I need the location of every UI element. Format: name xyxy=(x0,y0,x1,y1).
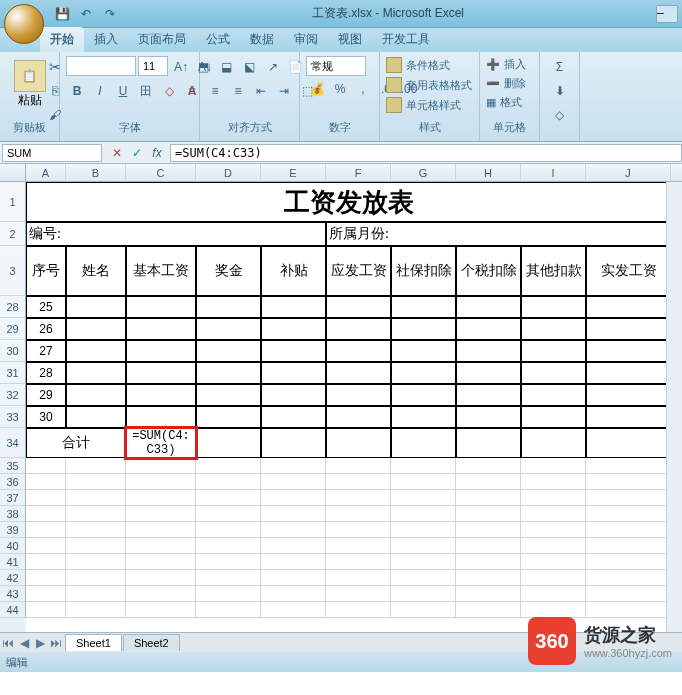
total-label[interactable]: 合计 xyxy=(26,428,126,458)
empty-cell[interactable] xyxy=(456,602,521,618)
empty-cell[interactable] xyxy=(261,490,326,506)
empty-cell[interactable] xyxy=(261,458,326,474)
formula-input[interactable] xyxy=(170,144,682,162)
fx-icon[interactable]: fx xyxy=(148,144,166,162)
tab-page-layout[interactable]: 页面布局 xyxy=(128,27,196,52)
conditional-formatting-button[interactable]: 条件格式 xyxy=(386,56,450,74)
data-cell[interactable] xyxy=(326,340,391,362)
empty-cell[interactable] xyxy=(456,506,521,522)
copy-icon[interactable]: ⎘ xyxy=(44,80,66,102)
data-cell[interactable] xyxy=(521,406,586,428)
empty-cell[interactable] xyxy=(456,490,521,506)
empty-cell[interactable] xyxy=(26,602,66,618)
align-left-icon[interactable]: ≡ xyxy=(181,80,203,102)
minimize-button[interactable]: – xyxy=(656,5,678,23)
empty-cell[interactable] xyxy=(521,570,586,586)
number-format-dropdown[interactable]: 常规 xyxy=(306,56,366,76)
data-cell[interactable] xyxy=(126,384,196,406)
row-header-3[interactable]: 3 xyxy=(0,246,26,296)
row-header-40[interactable]: 40 xyxy=(0,538,26,554)
data-cell[interactable] xyxy=(586,296,671,318)
data-cell[interactable] xyxy=(126,318,196,340)
percent-icon[interactable]: % xyxy=(329,78,351,100)
row-header-43[interactable]: 43 xyxy=(0,586,26,602)
empty-cell[interactable] xyxy=(26,554,66,570)
tab-view[interactable]: 视图 xyxy=(328,27,372,52)
comma-icon[interactable]: , xyxy=(352,78,374,100)
empty-cell[interactable] xyxy=(261,602,326,618)
empty-cell[interactable] xyxy=(586,586,671,602)
tab-data[interactable]: 数据 xyxy=(240,27,284,52)
tab-home[interactable]: 开始 xyxy=(40,27,84,52)
empty-cell[interactable] xyxy=(26,538,66,554)
orientation-icon[interactable]: ↗ xyxy=(262,56,284,78)
row-header-35[interactable]: 35 xyxy=(0,458,26,474)
data-cell[interactable] xyxy=(66,296,126,318)
empty-cell[interactable] xyxy=(126,506,196,522)
delete-cells-button[interactable]: ➖删除 xyxy=(486,75,526,92)
data-cell[interactable] xyxy=(326,318,391,340)
data-cell[interactable] xyxy=(456,384,521,406)
empty-cell[interactable] xyxy=(126,458,196,474)
table-header-6[interactable]: 社保扣除 xyxy=(391,246,456,296)
empty-cell[interactable] xyxy=(391,522,456,538)
data-cell[interactable] xyxy=(521,296,586,318)
sheet-nav-prev-icon[interactable]: ◀ xyxy=(16,635,32,651)
data-cell[interactable] xyxy=(196,406,261,428)
active-cell[interactable]: =SUM(C4:C33) xyxy=(124,426,198,460)
column-header-D[interactable]: D xyxy=(196,164,261,181)
data-cell[interactable] xyxy=(66,340,126,362)
empty-cell[interactable] xyxy=(391,602,456,618)
data-cell[interactable] xyxy=(261,340,326,362)
empty-cell[interactable] xyxy=(326,458,391,474)
select-all-button[interactable] xyxy=(0,164,26,181)
data-cell[interactable] xyxy=(326,362,391,384)
empty-cell[interactable] xyxy=(326,554,391,570)
empty-cell[interactable] xyxy=(196,602,261,618)
empty-cell[interactable] xyxy=(126,554,196,570)
empty-cell[interactable] xyxy=(26,506,66,522)
data-cell[interactable] xyxy=(456,296,521,318)
table-header-0[interactable]: 序号 xyxy=(26,246,66,296)
align-center-icon[interactable]: ≡ xyxy=(204,80,226,102)
empty-cell[interactable] xyxy=(196,506,261,522)
empty-cell[interactable] xyxy=(66,554,126,570)
empty-cell[interactable] xyxy=(196,570,261,586)
cut-icon[interactable]: ✂ xyxy=(44,56,66,78)
empty-cell[interactable] xyxy=(261,522,326,538)
empty-cell[interactable] xyxy=(391,458,456,474)
total-cell[interactable] xyxy=(456,428,521,458)
empty-cell[interactable] xyxy=(126,602,196,618)
format-as-table-button[interactable]: 套用表格格式 xyxy=(386,76,472,94)
decrease-indent-icon[interactable]: ⇤ xyxy=(250,80,272,102)
empty-cell[interactable] xyxy=(66,602,126,618)
total-cell[interactable] xyxy=(391,428,456,458)
empty-cell[interactable] xyxy=(26,522,66,538)
empty-cell[interactable] xyxy=(586,554,671,570)
total-cell[interactable] xyxy=(586,428,671,458)
table-header-3[interactable]: 奖金 xyxy=(196,246,261,296)
data-cell[interactable] xyxy=(261,362,326,384)
empty-cell[interactable] xyxy=(196,458,261,474)
empty-cell[interactable] xyxy=(521,602,586,618)
data-cell[interactable] xyxy=(521,362,586,384)
data-cell[interactable] xyxy=(126,340,196,362)
italic-icon[interactable]: I xyxy=(89,80,111,102)
empty-cell[interactable] xyxy=(391,538,456,554)
empty-cell[interactable] xyxy=(66,522,126,538)
cancel-formula-icon[interactable]: ✕ xyxy=(108,144,126,162)
data-cell[interactable] xyxy=(586,384,671,406)
empty-cell[interactable] xyxy=(126,570,196,586)
data-cell[interactable] xyxy=(261,406,326,428)
empty-cell[interactable] xyxy=(391,554,456,570)
empty-cell[interactable] xyxy=(261,570,326,586)
data-cell[interactable] xyxy=(456,340,521,362)
row-header-31[interactable]: 31 xyxy=(0,362,26,384)
border-icon[interactable]: 田 xyxy=(135,80,157,102)
empty-cell[interactable] xyxy=(586,602,671,618)
data-cell[interactable]: 30 xyxy=(26,406,66,428)
column-header-A[interactable]: A xyxy=(26,164,66,181)
data-cell[interactable]: 28 xyxy=(26,362,66,384)
empty-cell[interactable] xyxy=(326,538,391,554)
row-header-41[interactable]: 41 xyxy=(0,554,26,570)
